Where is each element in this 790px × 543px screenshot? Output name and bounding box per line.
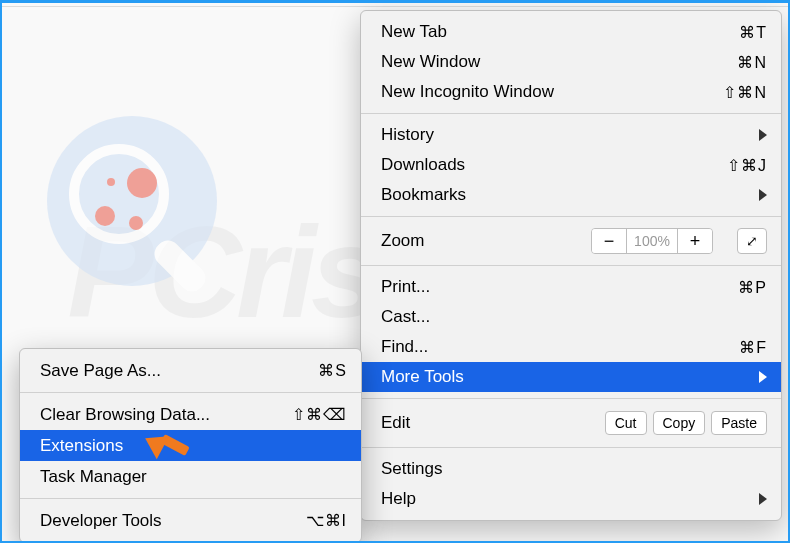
menu-label: Cast... xyxy=(381,307,767,327)
menu-label: Clear Browsing Data... xyxy=(40,405,287,425)
zoom-value: 100% xyxy=(626,228,678,254)
menu-find[interactable]: Find... ⌘F xyxy=(361,332,781,362)
fullscreen-button[interactable]: ⤢ xyxy=(737,228,767,254)
menu-label: Downloads xyxy=(381,155,707,175)
menu-new-incognito[interactable]: New Incognito Window ⇧⌘N xyxy=(361,77,781,107)
menu-zoom: Zoom − 100% + ⤢ xyxy=(361,223,781,259)
menu-more-tools[interactable]: More Tools xyxy=(361,362,781,392)
menu-downloads[interactable]: Downloads ⇧⌘J xyxy=(361,150,781,180)
menu-label: Developer Tools xyxy=(40,511,287,531)
menu-new-window[interactable]: New Window ⌘N xyxy=(361,47,781,77)
more-tools-submenu: Save Page As... ⌘S Clear Browsing Data..… xyxy=(19,348,362,543)
menu-shortcut: ⌘S xyxy=(287,361,347,380)
menu-separator xyxy=(20,498,361,499)
menu-label: Save Page As... xyxy=(40,361,287,381)
menu-settings[interactable]: Settings xyxy=(361,454,781,484)
menu-label: Bookmarks xyxy=(381,185,759,205)
menu-separator xyxy=(361,216,781,217)
menu-edit: Edit Cut Copy Paste xyxy=(361,405,781,441)
menu-label: Edit xyxy=(381,413,605,433)
menu-label: Extensions xyxy=(40,436,347,456)
menu-shortcut: ⇧⌘N xyxy=(707,83,767,102)
submenu-arrow-icon xyxy=(759,129,767,141)
menu-shortcut: ⌘F xyxy=(707,338,767,357)
menu-separator xyxy=(361,113,781,114)
submenu-arrow-icon xyxy=(759,493,767,505)
menu-separator xyxy=(361,447,781,448)
menu-shortcut: ⇧⌘J xyxy=(707,156,767,175)
submenu-clear-browsing[interactable]: Clear Browsing Data... ⇧⌘⌫ xyxy=(20,399,361,430)
menu-label: New Incognito Window xyxy=(381,82,707,102)
menu-shortcut: ⌘P xyxy=(707,278,767,297)
submenu-task-manager[interactable]: Task Manager xyxy=(20,461,361,492)
submenu-arrow-icon xyxy=(759,371,767,383)
menu-label: Help xyxy=(381,489,759,509)
menu-label: Zoom xyxy=(381,231,591,251)
menu-shortcut: ⌥⌘I xyxy=(287,511,347,530)
copy-button[interactable]: Copy xyxy=(653,411,706,435)
menu-print[interactable]: Print... ⌘P xyxy=(361,272,781,302)
search-logo xyxy=(32,78,232,323)
submenu-extensions[interactable]: Extensions xyxy=(20,430,361,461)
menu-label: More Tools xyxy=(381,367,759,387)
menu-help[interactable]: Help xyxy=(361,484,781,514)
zoom-in-button[interactable]: + xyxy=(678,228,712,254)
menu-shortcut: ⌘T xyxy=(707,23,767,42)
menu-shortcut: ⇧⌘⌫ xyxy=(287,405,347,424)
zoom-out-button[interactable]: − xyxy=(592,228,626,254)
chrome-main-menu: New Tab ⌘T New Window ⌘N New Incognito W… xyxy=(360,10,782,521)
submenu-developer-tools[interactable]: Developer Tools ⌥⌘I xyxy=(20,505,361,536)
menu-history[interactable]: History xyxy=(361,120,781,150)
menu-label: History xyxy=(381,125,759,145)
menu-label: Settings xyxy=(381,459,767,479)
menu-bookmarks[interactable]: Bookmarks xyxy=(361,180,781,210)
menu-label: Print... xyxy=(381,277,707,297)
menu-separator xyxy=(20,392,361,393)
menu-separator xyxy=(361,398,781,399)
menu-label: Task Manager xyxy=(40,467,347,487)
menu-separator xyxy=(361,265,781,266)
fullscreen-icon: ⤢ xyxy=(746,233,758,249)
menu-label: Find... xyxy=(381,337,707,357)
menu-new-tab[interactable]: New Tab ⌘T xyxy=(361,17,781,47)
paste-button[interactable]: Paste xyxy=(711,411,767,435)
menu-label: New Window xyxy=(381,52,707,72)
menu-cast[interactable]: Cast... xyxy=(361,302,781,332)
submenu-arrow-icon xyxy=(759,189,767,201)
cut-button[interactable]: Cut xyxy=(605,411,647,435)
submenu-save-page[interactable]: Save Page As... ⌘S xyxy=(20,355,361,386)
zoom-control: − 100% + xyxy=(591,228,713,254)
menu-shortcut: ⌘N xyxy=(707,53,767,72)
menu-label: New Tab xyxy=(381,22,707,42)
